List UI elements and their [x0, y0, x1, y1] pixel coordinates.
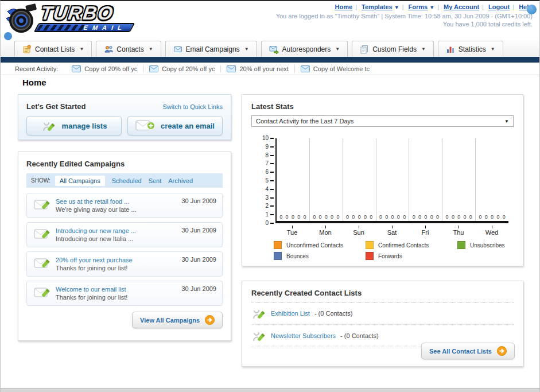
chevron-down-icon: ▼	[244, 46, 249, 52]
campaign-title-link[interactable]: 20% off your next purchase	[56, 257, 181, 263]
legend-label: Unsubscribes	[470, 242, 505, 249]
chart-day-group: 00000	[310, 138, 343, 221]
data-value-label: 0	[491, 214, 494, 220]
data-value-label: 0	[469, 214, 472, 220]
envelope-pencil-icon	[34, 255, 56, 273]
contact-list-link[interactable]: Exhibition List	[271, 310, 310, 317]
campaign-date: 30 Jun 2009	[181, 197, 216, 204]
main-tab-bar: Contact Lists▼ Contacts▼ Email Campaigns…	[1, 40, 539, 57]
envelope-icon	[72, 65, 81, 72]
campaign-subtitle: Introducing our new Italia ...	[56, 235, 181, 242]
y-tick-label: 7	[254, 161, 269, 166]
help-bubble-icon[interactable]	[527, 5, 537, 14]
manage-lists-button[interactable]: manage lists	[26, 116, 122, 135]
data-value-label: 0	[292, 214, 294, 220]
tab-autoresponders[interactable]: Autoresponders▼	[261, 41, 348, 57]
login-status-text: You are logged in as "Timothy Smith" | S…	[276, 13, 533, 20]
filter-archived[interactable]: Archived	[168, 177, 193, 184]
x-tick-mark	[392, 226, 393, 228]
campaign-card[interactable]: 20% off your next purchase Thanks for jo…	[26, 251, 223, 277]
custom-fields-icon	[360, 45, 369, 54]
campaign-filter-bar: SHOW: All Campaigns Scheduled Sent Archi…	[26, 173, 223, 188]
chart-day-group: 00000	[409, 138, 442, 221]
statistics-icon	[446, 45, 455, 54]
filter-sent[interactable]: Sent	[149, 177, 162, 184]
turbo-email-logo[interactable]: TURBO EMAIL	[4, 2, 142, 36]
recently-edited-campaigns-panel: Recently Edited Campaigns SHOW: All Camp…	[18, 152, 231, 341]
email-campaigns-icon	[173, 45, 182, 54]
envelope-pencil-icon	[34, 285, 56, 302]
x-tick-label: Mon	[309, 226, 342, 236]
create-email-button[interactable]: create an email	[127, 116, 223, 135]
manage-lists-label: manage lists	[62, 122, 107, 130]
tab-custom-fields[interactable]: Custom Fields▼	[352, 41, 434, 57]
data-value-label: 0	[336, 214, 339, 220]
envelope-icon	[149, 65, 158, 72]
y-tick-label: 5	[254, 178, 269, 184]
contacts-icon	[104, 45, 113, 54]
latest-stats-title: Latest Stats	[251, 102, 514, 111]
campaign-subtitle: We're giving away our late ...	[56, 206, 181, 213]
nav-link-logout[interactable]: Logout	[488, 3, 510, 10]
tab-label: Email Campaigns	[186, 45, 240, 53]
data-value-label: 0	[370, 214, 372, 220]
y-tick-label: 8	[254, 153, 269, 158]
stats-period-select[interactable]: Contact Activity for the Last 7 Days ▼	[251, 115, 514, 127]
data-value-label: 0	[496, 214, 499, 220]
campaign-card[interactable]: See us at the retail food ... We're givi…	[26, 193, 223, 218]
data-value-label: 0	[346, 214, 349, 220]
campaign-title-link[interactable]: Welcome to our email list	[56, 286, 181, 293]
chevron-down-icon: ▼	[149, 46, 153, 52]
chevron-down-icon: ▼	[504, 119, 509, 124]
chevron-down-icon: ▼	[335, 46, 340, 52]
nav-link-forms[interactable]: Forms	[409, 3, 428, 10]
person-pencil-icon	[251, 328, 266, 344]
x-tick-label: Sat	[375, 226, 409, 236]
campaign-card[interactable]: Welcome to our email list Thanks for joi…	[26, 281, 223, 306]
x-tick-label: Fri	[409, 226, 442, 236]
recent-activity-item[interactable]: Copy of Welcome tc	[295, 65, 375, 72]
legend-label: Forwards	[378, 253, 402, 259]
contact-lists-title: Recently Created Contact Lists	[251, 289, 514, 297]
top-nav: Home| Templates ▼| Forms ▼| My Account| …	[276, 3, 533, 10]
recent-activity-item[interactable]: Copy of 20% off yc	[66, 65, 143, 72]
see-all-contact-lists-button[interactable]: See All Contact Lists	[421, 343, 515, 359]
x-tick-mark	[425, 226, 426, 228]
person-pencil-icon	[251, 305, 266, 321]
data-value-label: 0	[403, 214, 406, 220]
activity-item-label: Copy of 20% off yc	[162, 65, 215, 72]
data-value-label: 0	[430, 214, 433, 220]
recent-activity-item[interactable]: Copy of 20% off yc	[143, 65, 221, 72]
recent-activity-item[interactable]: 20% off your next	[221, 65, 294, 72]
nav-link-templates[interactable]: Templates	[362, 3, 393, 10]
x-tick-label: Tue	[275, 226, 309, 236]
tab-statistics[interactable]: Statistics▼	[438, 41, 503, 57]
activity-item-label: 20% off your next	[239, 65, 288, 72]
tab-email-campaigns[interactable]: Email Campaigns▼	[165, 41, 257, 57]
tab-contacts[interactable]: Contacts▼	[96, 41, 161, 57]
campaign-card[interactable]: Introducing our new range ... Introducin…	[26, 222, 223, 247]
legend-item: Unsubscribes	[457, 241, 538, 249]
chart-day-group: 00000	[442, 138, 476, 221]
nav-link-my-account[interactable]: My Account	[444, 3, 479, 10]
filter-all-campaigns[interactable]: All Campaigns	[55, 176, 105, 186]
contact-list-item[interactable]: Exhibition List - (0 Contacts)	[251, 302, 514, 325]
legend-label: Bounces	[286, 253, 309, 259]
view-all-campaigns-button[interactable]: View All Campaigns	[132, 312, 223, 328]
nav-link-home[interactable]: Home	[335, 3, 353, 10]
legend-item: Confirmed Contacts	[366, 241, 457, 249]
chart-legend: Unconfirmed ContactsConfirmed ContactsUn…	[274, 241, 538, 260]
switch-quick-links[interactable]: Switch to Quick Links	[162, 103, 223, 110]
contact-activity-chart: 012345678910 000000000000000000000000000…	[251, 134, 514, 243]
campaign-title-link[interactable]: Introducing our new range ...	[56, 227, 181, 234]
chart-day-group: 00000	[476, 138, 508, 221]
campaign-title-link[interactable]: See us at the retail food ...	[56, 198, 181, 205]
campaign-subtitle: Thanks for joining our list!	[56, 265, 181, 271]
chevron-down-icon: ▼	[394, 5, 399, 10]
filter-scheduled[interactable]: Scheduled	[112, 177, 142, 184]
recent-activity-label: Recent Activity:	[15, 65, 58, 72]
tab-contact-lists[interactable]: Contact Lists▼	[14, 41, 92, 57]
contact-list-link[interactable]: Newsletter Subscribers	[271, 332, 336, 339]
envelope-pencil-icon	[34, 226, 56, 243]
nav-separator: |	[437, 3, 439, 10]
